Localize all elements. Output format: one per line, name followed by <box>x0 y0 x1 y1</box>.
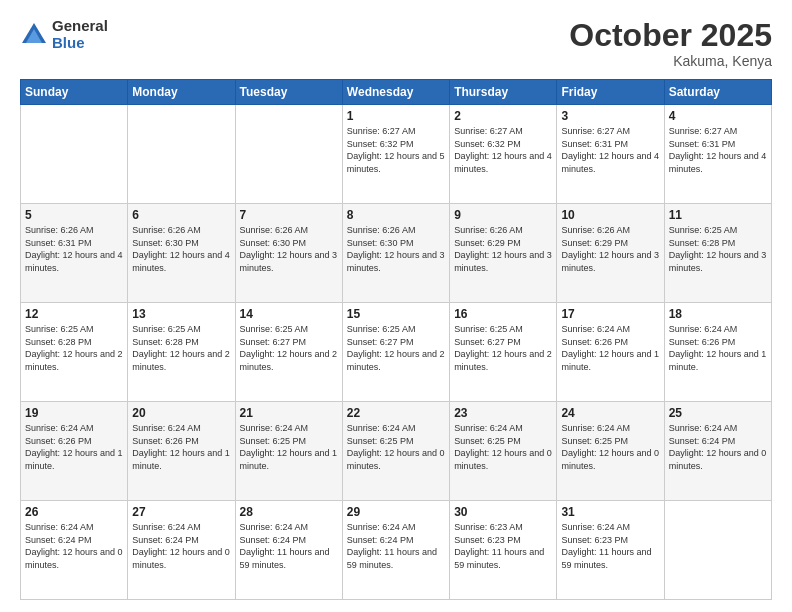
calendar-cell: 26Sunrise: 6:24 AM Sunset: 6:24 PM Dayli… <box>21 501 128 600</box>
calendar-cell: 16Sunrise: 6:25 AM Sunset: 6:27 PM Dayli… <box>450 303 557 402</box>
logo-general-label: General <box>52 18 108 35</box>
day-info: Sunrise: 6:27 AM Sunset: 6:31 PM Dayligh… <box>561 125 659 175</box>
calendar-cell: 8Sunrise: 6:26 AM Sunset: 6:30 PM Daylig… <box>342 204 449 303</box>
calendar-week-row: 5Sunrise: 6:26 AM Sunset: 6:31 PM Daylig… <box>21 204 772 303</box>
day-info: Sunrise: 6:24 AM Sunset: 6:24 PM Dayligh… <box>669 422 767 472</box>
day-info: Sunrise: 6:24 AM Sunset: 6:26 PM Dayligh… <box>669 323 767 373</box>
calendar-cell: 12Sunrise: 6:25 AM Sunset: 6:28 PM Dayli… <box>21 303 128 402</box>
calendar-cell: 24Sunrise: 6:24 AM Sunset: 6:25 PM Dayli… <box>557 402 664 501</box>
day-info: Sunrise: 6:25 AM Sunset: 6:28 PM Dayligh… <box>669 224 767 274</box>
calendar-cell <box>128 105 235 204</box>
calendar-week-row: 26Sunrise: 6:24 AM Sunset: 6:24 PM Dayli… <box>21 501 772 600</box>
calendar-cell: 9Sunrise: 6:26 AM Sunset: 6:29 PM Daylig… <box>450 204 557 303</box>
day-number: 7 <box>240 208 338 222</box>
title-block: October 2025 Kakuma, Kenya <box>569 18 772 69</box>
day-number: 15 <box>347 307 445 321</box>
col-header-wednesday: Wednesday <box>342 80 449 105</box>
logo: General Blue <box>20 18 108 51</box>
calendar-cell: 30Sunrise: 6:23 AM Sunset: 6:23 PM Dayli… <box>450 501 557 600</box>
logo-icon <box>20 21 48 49</box>
calendar-cell <box>664 501 771 600</box>
day-number: 19 <box>25 406 123 420</box>
calendar-cell: 15Sunrise: 6:25 AM Sunset: 6:27 PM Dayli… <box>342 303 449 402</box>
calendar-cell: 28Sunrise: 6:24 AM Sunset: 6:24 PM Dayli… <box>235 501 342 600</box>
day-number: 24 <box>561 406 659 420</box>
day-info: Sunrise: 6:25 AM Sunset: 6:28 PM Dayligh… <box>25 323 123 373</box>
day-number: 12 <box>25 307 123 321</box>
calendar-cell: 29Sunrise: 6:24 AM Sunset: 6:24 PM Dayli… <box>342 501 449 600</box>
day-info: Sunrise: 6:25 AM Sunset: 6:27 PM Dayligh… <box>347 323 445 373</box>
calendar-cell: 25Sunrise: 6:24 AM Sunset: 6:24 PM Dayli… <box>664 402 771 501</box>
calendar-cell: 2Sunrise: 6:27 AM Sunset: 6:32 PM Daylig… <box>450 105 557 204</box>
day-info: Sunrise: 6:26 AM Sunset: 6:31 PM Dayligh… <box>25 224 123 274</box>
calendar-cell: 31Sunrise: 6:24 AM Sunset: 6:23 PM Dayli… <box>557 501 664 600</box>
calendar-cell: 14Sunrise: 6:25 AM Sunset: 6:27 PM Dayli… <box>235 303 342 402</box>
day-info: Sunrise: 6:26 AM Sunset: 6:29 PM Dayligh… <box>454 224 552 274</box>
day-number: 16 <box>454 307 552 321</box>
calendar-cell: 1Sunrise: 6:27 AM Sunset: 6:32 PM Daylig… <box>342 105 449 204</box>
day-info: Sunrise: 6:24 AM Sunset: 6:25 PM Dayligh… <box>347 422 445 472</box>
calendar-cell: 11Sunrise: 6:25 AM Sunset: 6:28 PM Dayli… <box>664 204 771 303</box>
calendar-cell: 17Sunrise: 6:24 AM Sunset: 6:26 PM Dayli… <box>557 303 664 402</box>
day-number: 5 <box>25 208 123 222</box>
day-number: 11 <box>669 208 767 222</box>
day-info: Sunrise: 6:26 AM Sunset: 6:30 PM Dayligh… <box>240 224 338 274</box>
day-number: 17 <box>561 307 659 321</box>
day-number: 26 <box>25 505 123 519</box>
day-number: 1 <box>347 109 445 123</box>
day-info: Sunrise: 6:27 AM Sunset: 6:31 PM Dayligh… <box>669 125 767 175</box>
day-info: Sunrise: 6:24 AM Sunset: 6:24 PM Dayligh… <box>347 521 445 571</box>
calendar-cell: 4Sunrise: 6:27 AM Sunset: 6:31 PM Daylig… <box>664 105 771 204</box>
day-info: Sunrise: 6:26 AM Sunset: 6:30 PM Dayligh… <box>347 224 445 274</box>
day-number: 13 <box>132 307 230 321</box>
day-info: Sunrise: 6:24 AM Sunset: 6:26 PM Dayligh… <box>25 422 123 472</box>
day-info: Sunrise: 6:24 AM Sunset: 6:24 PM Dayligh… <box>132 521 230 571</box>
day-number: 3 <box>561 109 659 123</box>
day-number: 9 <box>454 208 552 222</box>
day-info: Sunrise: 6:25 AM Sunset: 6:27 PM Dayligh… <box>240 323 338 373</box>
day-number: 6 <box>132 208 230 222</box>
day-number: 2 <box>454 109 552 123</box>
day-info: Sunrise: 6:26 AM Sunset: 6:29 PM Dayligh… <box>561 224 659 274</box>
page: General Blue October 2025 Kakuma, Kenya … <box>0 0 792 612</box>
day-info: Sunrise: 6:24 AM Sunset: 6:26 PM Dayligh… <box>561 323 659 373</box>
header: General Blue October 2025 Kakuma, Kenya <box>20 18 772 69</box>
day-info: Sunrise: 6:27 AM Sunset: 6:32 PM Dayligh… <box>454 125 552 175</box>
logo-blue-label: Blue <box>52 35 108 52</box>
day-info: Sunrise: 6:24 AM Sunset: 6:25 PM Dayligh… <box>561 422 659 472</box>
calendar-cell: 20Sunrise: 6:24 AM Sunset: 6:26 PM Dayli… <box>128 402 235 501</box>
day-number: 23 <box>454 406 552 420</box>
day-info: Sunrise: 6:26 AM Sunset: 6:30 PM Dayligh… <box>132 224 230 274</box>
calendar-week-row: 1Sunrise: 6:27 AM Sunset: 6:32 PM Daylig… <box>21 105 772 204</box>
day-number: 18 <box>669 307 767 321</box>
day-info: Sunrise: 6:24 AM Sunset: 6:23 PM Dayligh… <box>561 521 659 571</box>
day-info: Sunrise: 6:25 AM Sunset: 6:28 PM Dayligh… <box>132 323 230 373</box>
calendar-cell: 10Sunrise: 6:26 AM Sunset: 6:29 PM Dayli… <box>557 204 664 303</box>
calendar-cell: 23Sunrise: 6:24 AM Sunset: 6:25 PM Dayli… <box>450 402 557 501</box>
day-info: Sunrise: 6:27 AM Sunset: 6:32 PM Dayligh… <box>347 125 445 175</box>
calendar-table: SundayMondayTuesdayWednesdayThursdayFrid… <box>20 79 772 600</box>
day-info: Sunrise: 6:24 AM Sunset: 6:25 PM Dayligh… <box>454 422 552 472</box>
col-header-sunday: Sunday <box>21 80 128 105</box>
calendar-cell: 7Sunrise: 6:26 AM Sunset: 6:30 PM Daylig… <box>235 204 342 303</box>
calendar-cell <box>21 105 128 204</box>
calendar-cell: 13Sunrise: 6:25 AM Sunset: 6:28 PM Dayli… <box>128 303 235 402</box>
calendar-cell <box>235 105 342 204</box>
col-header-friday: Friday <box>557 80 664 105</box>
col-header-saturday: Saturday <box>664 80 771 105</box>
calendar-cell: 6Sunrise: 6:26 AM Sunset: 6:30 PM Daylig… <box>128 204 235 303</box>
calendar-cell: 22Sunrise: 6:24 AM Sunset: 6:25 PM Dayli… <box>342 402 449 501</box>
day-number: 22 <box>347 406 445 420</box>
day-number: 30 <box>454 505 552 519</box>
day-number: 27 <box>132 505 230 519</box>
day-number: 4 <box>669 109 767 123</box>
calendar-week-row: 19Sunrise: 6:24 AM Sunset: 6:26 PM Dayli… <box>21 402 772 501</box>
day-number: 20 <box>132 406 230 420</box>
day-info: Sunrise: 6:24 AM Sunset: 6:24 PM Dayligh… <box>25 521 123 571</box>
day-number: 29 <box>347 505 445 519</box>
day-number: 10 <box>561 208 659 222</box>
day-info: Sunrise: 6:25 AM Sunset: 6:27 PM Dayligh… <box>454 323 552 373</box>
day-info: Sunrise: 6:24 AM Sunset: 6:24 PM Dayligh… <box>240 521 338 571</box>
col-header-monday: Monday <box>128 80 235 105</box>
location: Kakuma, Kenya <box>569 53 772 69</box>
